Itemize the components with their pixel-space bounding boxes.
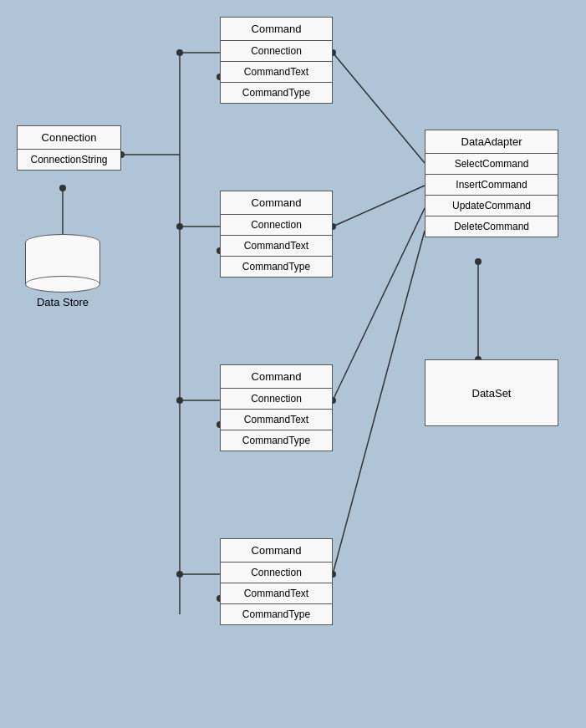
cmd1-commandtext: CommandText — [221, 62, 332, 83]
connection-title: Connection — [18, 126, 120, 150]
cmd2-commandtext: CommandText — [221, 236, 332, 257]
datastore-label: Data Store — [37, 296, 89, 308]
dataadapter-box: DataAdapter SelectCommand InsertCommand … — [425, 130, 558, 237]
svg-line-10 — [333, 231, 425, 574]
svg-line-8 — [333, 186, 425, 227]
updatecommand-field: UpdateCommand — [425, 196, 558, 216]
svg-point-15 — [176, 397, 183, 404]
diagram: Connection ConnectionString Data Store C… — [0, 0, 586, 728]
cmd4-commandtype: CommandType — [221, 604, 332, 624]
svg-point-25 — [475, 258, 482, 265]
cmd2-commandtype: CommandType — [221, 257, 332, 277]
cmd2-title: Command — [221, 191, 332, 215]
cmd1-commandtype: CommandType — [221, 83, 332, 103]
selectcommand-field: SelectCommand — [425, 154, 558, 175]
datastore-cylinder — [25, 234, 100, 293]
cylinder-bottom — [25, 276, 100, 293]
command-box-2: Command Connection CommandText CommandTy… — [220, 191, 333, 277]
svg-point-13 — [176, 49, 183, 56]
deletecommand-field: DeleteCommand — [425, 216, 558, 237]
cmd3-connection: Connection — [221, 389, 332, 410]
cmd1-title: Command — [221, 18, 332, 41]
dataset-title: DataSet — [469, 382, 515, 405]
datastore-container: Data Store — [25, 234, 100, 308]
cmd3-commandtext: CommandText — [221, 410, 332, 430]
connection-string-field: ConnectionString — [18, 150, 120, 170]
insertcommand-field: InsertCommand — [425, 175, 558, 196]
cmd4-title: Command — [221, 539, 332, 563]
svg-point-14 — [176, 223, 183, 230]
cmd3-commandtype: CommandType — [221, 430, 332, 451]
command-box-4: Command Connection CommandText CommandTy… — [220, 538, 333, 625]
cmd2-connection: Connection — [221, 215, 332, 236]
svg-line-7 — [333, 53, 425, 163]
svg-line-9 — [333, 208, 425, 400]
svg-point-16 — [176, 571, 183, 578]
svg-point-27 — [59, 185, 66, 191]
command-box-3: Command Connection CommandText CommandTy… — [220, 364, 333, 451]
cmd1-connection: Connection — [221, 41, 332, 62]
cmd4-connection: Connection — [221, 563, 332, 583]
cmd3-title: Command — [221, 365, 332, 389]
dataadapter-title: DataAdapter — [425, 130, 558, 154]
dataset-box: DataSet — [425, 359, 558, 426]
connection-box: Connection ConnectionString — [17, 125, 121, 171]
command-box-1: Command Connection CommandText CommandTy… — [220, 17, 333, 104]
cmd4-commandtext: CommandText — [221, 583, 332, 604]
